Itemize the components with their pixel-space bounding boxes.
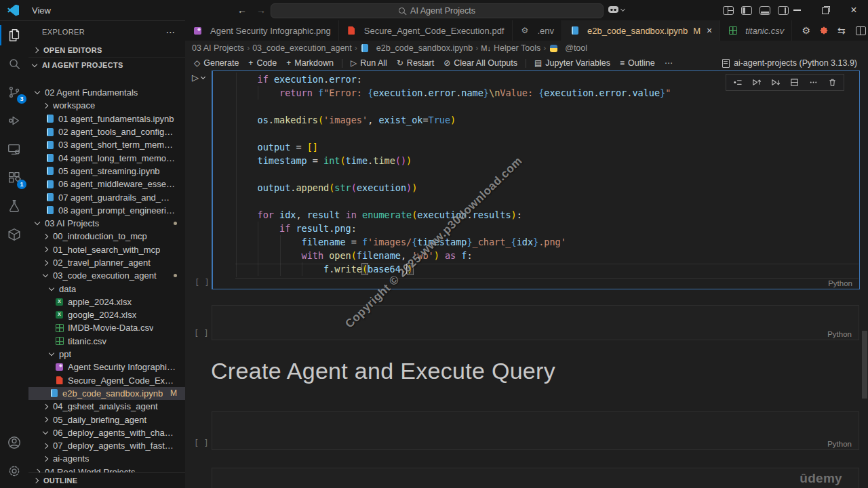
toggle-sidebar-icon[interactable] bbox=[741, 6, 752, 15]
tree-item[interactable]: titanic.csv bbox=[28, 335, 185, 348]
editor-tab[interactable]: Secure_Agent_Code_Execution.pdf bbox=[339, 20, 513, 41]
toolbar-button[interactable]: + Code bbox=[243, 56, 281, 70]
editor-action-icon[interactable] bbox=[821, 27, 827, 34]
tree-item[interactable]: 00_introduction_to_mcp bbox=[28, 230, 185, 243]
delete-cell-icon[interactable] bbox=[827, 77, 837, 87]
tree-item[interactable]: 03 AI Projects bbox=[28, 217, 185, 230]
code-cell[interactable]: ûdemy bbox=[212, 468, 859, 488]
more-actions-icon[interactable]: ⋯ bbox=[166, 26, 176, 37]
breadcrumb-item[interactable]: M↓ Helper Tools bbox=[481, 43, 540, 53]
tree-item[interactable]: data bbox=[28, 282, 185, 295]
sidebar-item-source-control[interactable]: 3 bbox=[0, 78, 28, 106]
tree-item[interactable]: 04 agent_long_term_memory.ipynb bbox=[28, 151, 185, 164]
code-cell[interactable]: [ ] Python bbox=[212, 411, 859, 450]
split-cell-icon[interactable] bbox=[789, 77, 800, 87]
tree-item[interactable]: IMDB-Movie-Data.csv bbox=[28, 321, 185, 334]
execute-above-icon[interactable] bbox=[751, 77, 762, 87]
code-cell[interactable]: if execution.error: return f"Error: {exe… bbox=[212, 70, 860, 289]
sidebar-item-remote-explorer[interactable] bbox=[0, 135, 28, 163]
editor-action-icon[interactable]: ⇆ bbox=[837, 25, 846, 36]
toggle-panel-icon[interactable] bbox=[760, 6, 770, 15]
toolbar-button[interactable]: ▤ Jupyter Variables bbox=[530, 56, 615, 70]
toolbar-button[interactable]: ≡ Outline bbox=[615, 56, 660, 70]
run-by-line-icon[interactable] bbox=[732, 77, 743, 87]
tree-item[interactable]: 05_daily_briefing_agent bbox=[28, 413, 185, 426]
editor-action-icon[interactable]: ⚙ bbox=[802, 25, 810, 36]
editor-tab[interactable]: Agent Security Infographic.png bbox=[185, 20, 339, 41]
more-actions-icon[interactable] bbox=[808, 77, 818, 87]
toolbar-button[interactable]: ⊘ Clear All Outputs bbox=[439, 56, 522, 70]
back-arrow-icon[interactable]: ← bbox=[237, 5, 247, 16]
sidebar-item-containers[interactable] bbox=[0, 220, 28, 249]
toolbar-button[interactable]: ↻ Restart bbox=[392, 56, 439, 70]
kernel-picker[interactable]: ai-agent-projects (Python 3.13.9) bbox=[722, 58, 868, 68]
close-icon[interactable]: × bbox=[707, 25, 712, 36]
tree-item[interactable]: 06_deploy_agents_with_chat_ui bbox=[28, 426, 185, 439]
cell-language-label[interactable]: Python bbox=[827, 330, 852, 338]
tree-item[interactable]: 07_deploy_agents_with_fastapi bbox=[28, 439, 185, 452]
toolbar-button[interactable]: ▷ Run All bbox=[346, 56, 392, 70]
toolbar-button[interactable] bbox=[526, 59, 526, 68]
toolbar-button[interactable]: ◇ Generate bbox=[189, 56, 243, 70]
code-editor[interactable]: if execution.error: return f"Error: {exe… bbox=[235, 73, 859, 277]
tree-item[interactable]: 05 agent_streaming.ipynb bbox=[28, 165, 185, 178]
menu-item[interactable]: View bbox=[26, 3, 74, 18]
sidebar-item-run-debug[interactable] bbox=[0, 106, 28, 135]
tree-item[interactable]: 01_hotel_search_with_mcp bbox=[28, 243, 185, 256]
toolbar-button[interactable]: + Markdown bbox=[281, 56, 338, 70]
tree-item[interactable]: 07 agent_guardrails_and_HITL.ipynb bbox=[28, 190, 185, 203]
breadcrumb-item[interactable]: › bbox=[352, 43, 360, 53]
tree-item[interactable]: workspace bbox=[28, 99, 185, 112]
open-editors-section[interactable]: OPEN EDITORS bbox=[28, 43, 185, 57]
breadcrumb-item[interactable]: 03_code_execution_agent bbox=[252, 43, 352, 53]
sidebar-item-explorer[interactable] bbox=[0, 21, 28, 49]
editor-tab[interactable]: e2b_code_sandbox.ipynb M × bbox=[562, 20, 720, 41]
restore-button[interactable] bbox=[811, 0, 840, 20]
editor-tab[interactable]: titanic.csv bbox=[720, 20, 792, 41]
tree-item[interactable]: 04_gsheet_analysis_agent bbox=[28, 400, 185, 413]
run-cell-button[interactable]: ▷ bbox=[192, 73, 205, 83]
close-button[interactable]: × bbox=[840, 0, 868, 20]
breadcrumb-item[interactable]: e2b_code_sandbox.ipynb bbox=[360, 43, 473, 53]
tree-item[interactable]: e2b_code_sandbox.ipynb M bbox=[28, 387, 185, 400]
code-cell[interactable]: [ ] Python bbox=[212, 305, 859, 340]
cell-language-label[interactable]: Python bbox=[827, 440, 852, 448]
tree-item[interactable]: Agent Security Infographic.png bbox=[28, 361, 185, 373]
breadcrumb-item[interactable]: › bbox=[473, 43, 481, 53]
editor-action-icon[interactable] bbox=[856, 26, 866, 35]
copilot-menu[interactable] bbox=[608, 6, 625, 13]
sidebar-item-extensions[interactable]: 1 bbox=[0, 163, 28, 192]
markdown-heading[interactable]: Create Agent and Execute Query bbox=[211, 358, 555, 384]
tree-item[interactable]: 03_code_execution_agent bbox=[28, 269, 185, 282]
project-root-section[interactable]: AI AGENT PROJECTS bbox=[28, 57, 185, 73]
tree-item[interactable]: 08 agent_prompt_engineering.ipynb bbox=[28, 204, 185, 217]
tree-item[interactable]: 02_travel_planner_agent bbox=[28, 256, 185, 269]
outline-section[interactable]: OUTLINE bbox=[28, 472, 185, 488]
customize-layout-icon[interactable] bbox=[723, 6, 734, 15]
tree-item[interactable]: 01 agent_fundamentals.ipynb bbox=[28, 113, 185, 125]
tree-item[interactable]: ppt bbox=[28, 348, 185, 361]
cell-language-label[interactable]: Python bbox=[828, 279, 852, 287]
settings-button[interactable] bbox=[0, 457, 28, 485]
accounts-button[interactable] bbox=[0, 428, 28, 457]
breadcrumb-item[interactable]: › bbox=[244, 43, 252, 53]
tree-item[interactable]: 06 agent_middleware_essentials.ipynb bbox=[28, 178, 185, 190]
sidebar-item-testing[interactable] bbox=[0, 192, 28, 220]
command-center-search[interactable]: AI Agent Projects bbox=[271, 3, 604, 18]
toolbar-button[interactable]: ⋯ bbox=[660, 56, 677, 70]
breadcrumb-item[interactable]: @tool bbox=[549, 43, 587, 53]
execute-below-icon[interactable] bbox=[770, 77, 781, 87]
scrollbar-thumb[interactable] bbox=[862, 331, 867, 399]
tree-item[interactable]: ai-agents bbox=[28, 452, 185, 465]
sidebar-item-search[interactable] bbox=[0, 49, 28, 78]
tree-item[interactable]: apple_2024.xlsx bbox=[28, 296, 185, 308]
tree-item[interactable]: 02 Agent Fundamentals bbox=[28, 86, 185, 99]
tree-item[interactable]: 02 agent_tools_and_configurations.ipynb bbox=[28, 125, 185, 138]
tree-item[interactable]: Secure_Agent_Code_Execution.pdf bbox=[28, 374, 185, 387]
forward-arrow-icon[interactable]: → bbox=[256, 5, 266, 16]
tree-item[interactable]: google_2024.xlsx bbox=[28, 308, 185, 321]
minimize-button[interactable] bbox=[783, 0, 811, 20]
breadcrumb-item[interactable]: 03 AI Projects bbox=[192, 43, 244, 53]
breadcrumb-item[interactable]: › bbox=[540, 43, 549, 53]
editor-tab[interactable]: .env bbox=[513, 20, 563, 41]
